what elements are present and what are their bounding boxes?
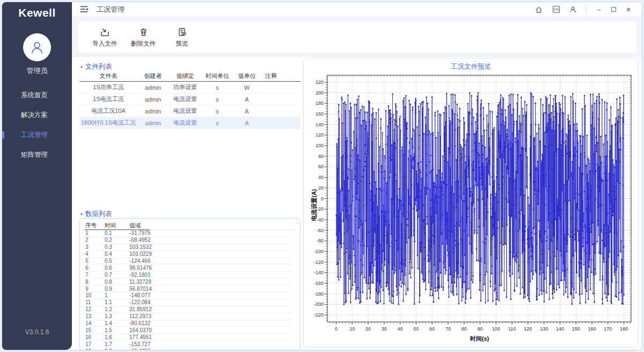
svg-text:40: 40 — [318, 175, 324, 180]
data-cell: 3 — [84, 244, 105, 250]
data-row[interactable]: 131.3112.2973 — [84, 313, 292, 320]
version-label: V3.0.1.6 — [2, 328, 72, 336]
maximize-button[interactable] — [611, 7, 616, 12]
data-cell: 0.1 — [105, 230, 129, 236]
data-cell: 0.7 — [105, 272, 129, 278]
data-row[interactable]: 30.3103.1532 — [84, 244, 292, 251]
svg-text:-180: -180 — [314, 291, 324, 297]
person-icon — [29, 39, 45, 55]
data-row[interactable]: 181.8-35.4355 — [84, 348, 292, 350]
file-col-header: 时间单位 — [202, 72, 233, 80]
data-cell: 11 — [84, 299, 105, 305]
svg-text:160: 160 — [588, 326, 596, 332]
file-cell: 电流设置 — [169, 107, 202, 115]
data-cell: -92.1801 — [129, 272, 165, 278]
svg-text:80: 80 — [462, 326, 467, 332]
toolbar-button-label: 删除文件 — [131, 40, 156, 48]
minimize-button[interactable]: – — [595, 6, 603, 13]
data-cell: -124.466 — [129, 258, 165, 264]
svg-text:120: 120 — [524, 326, 532, 332]
data-row[interactable]: 70.7-92.1801 — [84, 271, 292, 278]
sidebar-item-2[interactable]: 工况管理 — [2, 125, 72, 145]
menu-collapse-icon[interactable] — [80, 6, 89, 13]
svg-text:220: 220 — [316, 80, 324, 85]
svg-text:160: 160 — [316, 111, 324, 117]
svg-text:40: 40 — [398, 326, 403, 332]
toolbar-button-2[interactable]: 预览 — [166, 26, 197, 48]
sidebar-item-1[interactable]: 解决方案 — [2, 105, 72, 125]
data-row[interactable]: 80.811.32728 — [84, 278, 292, 285]
home-icon[interactable] — [535, 5, 543, 14]
data-cell: -68.4952 — [129, 237, 165, 243]
data-cell: 5 — [84, 258, 105, 264]
file-cell: admin — [137, 108, 169, 114]
data-cell: -122.084 — [129, 299, 165, 305]
data-row[interactable]: 161.6177.4551 — [84, 334, 292, 341]
data-row[interactable]: 121.231.85912 — [84, 306, 292, 313]
file-row[interactable]: 1S功率工况admin功率设置sW — [79, 82, 301, 94]
x-axis-label: 时间(s) — [327, 335, 632, 343]
data-row[interactable]: 171.7-153.727 — [84, 341, 292, 348]
svg-text:20: 20 — [365, 326, 371, 332]
account-icon[interactable] — [569, 5, 577, 14]
svg-text:20: 20 — [318, 185, 324, 191]
file-col-header: 值绑定 — [169, 72, 202, 80]
import-file-icon — [99, 26, 111, 38]
data-cell: 103.1532 — [129, 244, 165, 250]
file-cell: A — [233, 108, 261, 114]
svg-text:70: 70 — [445, 326, 451, 332]
file-list-table: 文件名创建者值绑定时间单位值单位注释 1S功率工况admin功率设置sW1S电流… — [79, 71, 301, 129]
data-list-box: 序号时间值域 10.1-31.797520.2-68.495230.3103.1… — [79, 218, 301, 350]
toolbar-button-0[interactable]: 导入文件 — [89, 26, 120, 48]
data-row[interactable]: 20.2-68.4952 — [84, 237, 292, 244]
sidebar-item-0[interactable]: 系统首页 — [2, 85, 72, 105]
data-row[interactable]: 111.1-122.084 — [84, 299, 292, 306]
file-cell: 电流设置 — [169, 119, 202, 127]
sidebar-item-3[interactable]: 矩阵管理 — [2, 145, 72, 165]
data-row[interactable]: 101-148.077 — [84, 292, 292, 299]
data-table-header: 序号时间值域 — [84, 221, 292, 230]
svg-text:-80: -80 — [317, 238, 324, 243]
data-row[interactable]: 60.698.51476 — [84, 264, 292, 271]
data-cell: 15 — [84, 327, 105, 333]
data-cell: 14 — [84, 320, 105, 326]
bullet-icon: • — [80, 211, 83, 217]
close-button[interactable]: ✕ — [625, 6, 632, 13]
data-cell: 98.51476 — [129, 265, 165, 271]
file-row[interactable]: 1S电流工况admin电流设置sA — [79, 94, 301, 105]
language-icon[interactable]: EN — [552, 5, 560, 14]
file-cell: 1S电流工况 — [79, 95, 137, 103]
data-row[interactable]: 50.5-124.466 — [84, 258, 292, 265]
data-cell: 0.9 — [105, 286, 129, 292]
toolbar-button-label: 预览 — [176, 40, 188, 48]
svg-text:180: 180 — [316, 100, 324, 106]
svg-text:180: 180 — [620, 326, 628, 332]
divider — [586, 6, 587, 13]
file-cell: admin — [137, 96, 169, 103]
scrollbar-indicator[interactable]: ⁝ — [296, 221, 298, 224]
data-row[interactable]: 141.4-80.6132 — [84, 320, 292, 327]
data-row[interactable]: 151.5164.0370 — [84, 327, 292, 334]
bullet-icon: • — [80, 63, 83, 70]
toolbar: 导入文件删除文件预览 — [78, 21, 636, 53]
svg-text:-100: -100 — [314, 249, 324, 254]
svg-text:140: 140 — [316, 122, 324, 127]
file-cell: 1800行0.1S电流工况 — [79, 119, 137, 127]
data-row[interactable]: 40.4103.0229 — [84, 251, 292, 258]
main-panel: •文件列表 文件名创建者值绑定时间单位值单位注释 1S功率工况admin功率设置… — [72, 57, 642, 350]
file-cell: W — [233, 84, 261, 91]
app-shell: Kewell 管理员 系统首页解决方案工况管理矩阵管理 V3.0.1.6 — [2, 2, 642, 350]
file-row[interactable]: 电流工况10Aadmin电流设置sA — [79, 105, 301, 117]
toolbar-strip: 导入文件删除文件预览 — [72, 17, 642, 57]
data-cell: 10 — [84, 292, 105, 298]
data-row[interactable]: 90.956.87014 — [84, 285, 292, 292]
svg-text:30: 30 — [382, 326, 387, 332]
file-row[interactable]: 1800行0.1S电流工况admin电流设置sA — [79, 117, 301, 129]
svg-text:60: 60 — [318, 164, 324, 169]
data-cell: 9 — [84, 286, 105, 292]
data-row[interactable]: 10.1-31.7975 — [84, 230, 292, 237]
file-list-section-title: •文件列表 — [80, 62, 112, 71]
user-avatar[interactable] — [23, 33, 51, 61]
toolbar-button-1[interactable]: 删除文件 — [128, 26, 159, 48]
data-col-header: 序号 — [84, 222, 105, 229]
